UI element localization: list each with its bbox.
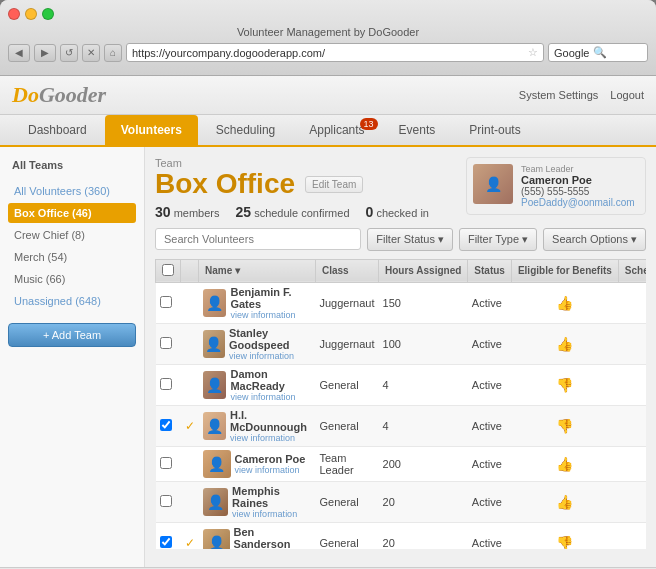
row-benefits: 👎 (511, 522, 618, 549)
row-name-cell: 👤 Damon MacReady view information (199, 364, 316, 405)
checkmark-icon: ✓ (185, 419, 195, 433)
row-star[interactable] (181, 364, 199, 405)
checkedin-label: checked in (376, 207, 429, 219)
volunteer-name[interactable]: Benjamin F. Gates (230, 286, 291, 310)
google-label: Google (554, 47, 589, 59)
volunteer-name[interactable]: Stanley Goodspeed (229, 327, 290, 351)
row-select-checkbox[interactable] (160, 536, 172, 548)
tab-events[interactable]: Events (383, 115, 452, 145)
row-star[interactable] (181, 323, 199, 364)
volunteer-name[interactable]: Cameron Poe (235, 453, 306, 465)
browser-buttons (8, 8, 648, 20)
col-status: Status (468, 259, 512, 282)
bookmark-icon[interactable]: ☆ (528, 46, 538, 59)
view-info-link[interactable]: view information (230, 310, 311, 320)
leader-email[interactable]: PoeDaddy@oonmail.com (521, 197, 635, 208)
volunteer-name[interactable]: H.I. McDounnough (230, 409, 307, 433)
row-checkbox[interactable] (156, 522, 181, 549)
sidebar-item-box-office[interactable]: Box Office (46) (8, 203, 136, 223)
back-btn[interactable]: ◀ (8, 44, 30, 62)
stop-btn[interactable]: ✕ (82, 44, 100, 62)
col-benefits: Eligible for Benefits (511, 259, 618, 282)
row-star[interactable] (181, 446, 199, 481)
tab-volunteers[interactable]: Volunteers (105, 115, 198, 145)
volunteer-avatar: 👤 (203, 371, 227, 399)
sidebar: All Teams All Volunteers (360) Box Offic… (0, 147, 145, 567)
sidebar-item-crew-chief[interactable]: Crew Chief (8) (8, 225, 136, 245)
sidebar-item-all-volunteers[interactable]: All Volunteers (360) (8, 181, 136, 201)
members-label: members (174, 207, 220, 219)
add-team-button[interactable]: + Add Team (8, 323, 136, 347)
volunteer-avatar: 👤 (203, 289, 227, 317)
tab-applicants[interactable]: Applicants13 (293, 115, 380, 145)
minimize-btn[interactable] (25, 8, 37, 20)
system-settings-link[interactable]: System Settings (519, 89, 598, 101)
view-info-link[interactable]: view information (235, 465, 306, 475)
view-info-link[interactable]: view information (230, 392, 311, 402)
edit-team-button[interactable]: Edit Team (305, 176, 363, 193)
sidebar-item-unassigned[interactable]: Unassigned (648) (8, 291, 136, 311)
tab-printouts[interactable]: Print-outs (453, 115, 536, 145)
volunteer-avatar: 👤 (203, 412, 226, 440)
forward-btn[interactable]: ▶ (34, 44, 56, 62)
maximize-btn[interactable] (42, 8, 54, 20)
app-header: DoGooder System Settings Logout (0, 76, 656, 115)
browser-search[interactable]: Google 🔍 (548, 43, 648, 62)
row-status: Active (468, 364, 512, 405)
reload-btn[interactable]: ↺ (60, 44, 78, 62)
filter-status-button[interactable]: Filter Status ▾ (367, 228, 453, 251)
row-checkbox[interactable] (156, 405, 181, 446)
tab-scheduling[interactable]: Scheduling (200, 115, 291, 145)
table-row: 👤 Memphis Raines view information Genera… (156, 481, 647, 522)
row-checkbox[interactable] (156, 323, 181, 364)
volunteer-name-block: Benjamin F. Gates view information (230, 286, 311, 320)
view-info-link[interactable]: view information (229, 351, 312, 361)
row-star[interactable] (181, 481, 199, 522)
row-checkbox[interactable] (156, 364, 181, 405)
select-all-checkbox[interactable] (162, 264, 174, 276)
volunteer-name-block: H.I. McDounnough view information (230, 409, 312, 443)
row-checkbox[interactable] (156, 446, 181, 481)
tab-dashboard[interactable]: Dashboard (12, 115, 103, 145)
row-select-checkbox[interactable] (160, 337, 172, 349)
row-confirmed: 👎 (618, 481, 646, 522)
url-text: https://yourcompany.dogooderapp.com/ (132, 47, 325, 59)
row-star[interactable]: ✓ (181, 522, 199, 549)
row-confirmed: 👍 (618, 323, 646, 364)
row-star[interactable]: ✓ (181, 405, 199, 446)
row-select-checkbox[interactable] (160, 378, 172, 390)
col-name[interactable]: Name ▾ (199, 259, 316, 282)
sidebar-item-music[interactable]: Music (66) (8, 269, 136, 289)
filter-type-button[interactable]: Filter Type ▾ (459, 228, 537, 251)
address-bar[interactable]: https://yourcompany.dogooderapp.com/ ☆ (126, 43, 544, 62)
home-btn[interactable]: ⌂ (104, 44, 122, 62)
row-name-cell: 👤 Cameron Poe view information (199, 446, 316, 481)
view-info-link[interactable]: view information (230, 433, 312, 443)
row-star[interactable] (181, 282, 199, 323)
row-select-checkbox[interactable] (160, 296, 172, 308)
volunteer-name[interactable]: Ben Sanderson (234, 526, 291, 549)
row-name-cell: 👤 Ben Sanderson view information (199, 522, 316, 549)
volunteers-table-scroll[interactable]: Name ▾ Class Hours Assigned Status Eligi… (155, 259, 646, 549)
row-select-checkbox[interactable] (160, 495, 172, 507)
logout-link[interactable]: Logout (610, 89, 644, 101)
volunteer-name[interactable]: Damon MacReady (230, 368, 284, 392)
sidebar-item-merch[interactable]: Merch (54) (8, 247, 136, 267)
close-btn[interactable] (8, 8, 20, 20)
checkedin-count: 0 (366, 204, 374, 220)
search-options-button[interactable]: Search Options ▾ (543, 228, 646, 251)
row-benefits: 👎 (511, 405, 618, 446)
table-row: 👤 Benjamin F. Gates view information Jug… (156, 282, 647, 323)
volunteer-name-block: Stanley Goodspeed view information (229, 327, 312, 361)
team-name: Box Office (155, 169, 295, 200)
row-name-cell: 👤 Memphis Raines view information (199, 481, 316, 522)
row-checkbox[interactable] (156, 481, 181, 522)
row-select-checkbox[interactable] (160, 419, 172, 431)
row-select-checkbox[interactable] (160, 457, 172, 469)
row-checkbox[interactable] (156, 282, 181, 323)
volunteer-name[interactable]: Memphis Raines (232, 485, 280, 509)
view-info-link[interactable]: view information (232, 509, 311, 519)
nav-tabs: Dashboard Volunteers Scheduling Applican… (0, 115, 656, 147)
row-confirmed: 👎 (618, 364, 646, 405)
search-input[interactable] (155, 228, 361, 250)
